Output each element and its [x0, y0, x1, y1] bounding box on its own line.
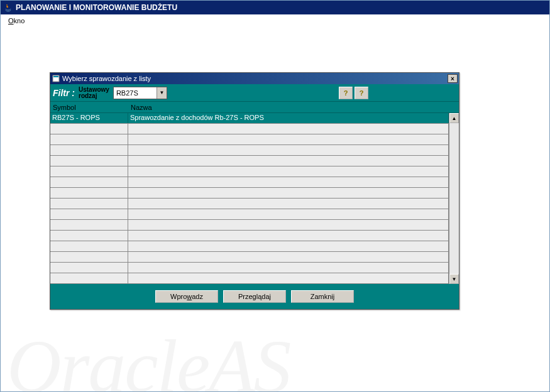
table-rows: RB27S - ROPSSprawozdanie z dochodów Rb-2… [50, 113, 449, 284]
cell-symbol [50, 145, 128, 155]
cell-symbol [50, 263, 128, 273]
chevron-down-icon: ▼ [452, 276, 457, 282]
cell-symbol [50, 124, 128, 134]
cell-nazwa [128, 134, 449, 144]
table-body: RB27S - ROPSSprawozdanie z dochodów Rb-2… [50, 113, 459, 284]
cell-symbol [50, 273, 128, 283]
menu-okno[interactable]: Okno [4, 16, 28, 26]
filter-field-label: Ustawowy rodzaj [79, 87, 109, 99]
cell-symbol [50, 177, 128, 187]
table-row[interactable] [50, 124, 449, 134]
scroll-down-button[interactable]: ▼ [449, 274, 459, 284]
table-row[interactable] [50, 220, 449, 231]
cell-nazwa [128, 188, 449, 198]
help-icon: ? [360, 89, 364, 97]
table-row[interactable] [50, 145, 449, 156]
table-row[interactable] [50, 199, 449, 209]
report-selection-dialog: Wybierz sprawozdanie z listy × Filtr : U… [50, 72, 459, 310]
cell-symbol [50, 156, 128, 166]
table-row[interactable] [50, 209, 449, 220]
cell-symbol [50, 134, 128, 144]
menu-bar: Okno [1, 14, 549, 27]
help-button-2[interactable]: ? [355, 87, 368, 99]
java-icon [3, 3, 13, 13]
chevron-down-icon: ▼ [157, 87, 167, 99]
cell-symbol [50, 241, 128, 251]
cell-nazwa [128, 166, 449, 177]
cell-nazwa: Sprawozdanie z dochodów Rb-27S - ROPS [128, 113, 449, 123]
table-row[interactable] [50, 273, 449, 284]
dialog-close-button[interactable]: × [448, 74, 458, 83]
table-row[interactable] [50, 156, 449, 166]
dialog-title-bar[interactable]: Wybierz sprawozdanie z listy × [50, 73, 459, 84]
cell-symbol [50, 220, 128, 230]
cell-symbol [50, 231, 128, 241]
main-window: PLANOWANIE I MONITOROWANIE BUDŻETU Okno … [0, 0, 550, 392]
cell-nazwa [128, 177, 449, 187]
close-icon: × [451, 75, 454, 82]
cell-nazwa [128, 252, 449, 262]
help-button-1[interactable]: ? [339, 87, 353, 99]
column-header-nazwa[interactable]: Nazwa [128, 104, 459, 111]
cell-nazwa [128, 231, 449, 241]
filter-bar: Filtr : Ustawowy rodzaj RB27S ▼ ? ? [50, 84, 459, 102]
menu-okno-rest: kno [14, 17, 25, 24]
vertical-scrollbar[interactable]: ▲ ▼ [449, 113, 459, 284]
wprowadz-button[interactable]: Wprowadz [155, 290, 218, 303]
table-row[interactable] [50, 177, 449, 188]
scroll-up-button[interactable]: ▲ [449, 113, 459, 123]
cell-nazwa [128, 241, 449, 251]
main-title-text: PLANOWANIE I MONITOROWANIE BUDŻETU [16, 3, 177, 12]
cell-nazwa [128, 199, 449, 209]
cell-nazwa [128, 209, 449, 219]
przegladaj-button[interactable]: Przeglądaj [223, 290, 286, 303]
watermark: OracleAS [7, 324, 290, 392]
cell-symbol [50, 199, 128, 209]
table-row[interactable] [50, 231, 449, 241]
dialog-icon [52, 74, 60, 83]
content-area: OracleAS Wybierz sprawozdanie z listy × … [1, 27, 549, 391]
cell-nazwa [128, 220, 449, 230]
cell-symbol [50, 252, 128, 262]
table-row[interactable] [50, 252, 449, 263]
help-icon: ? [344, 89, 348, 97]
button-bar: Wprowadz Przeglądaj Zamknij [50, 284, 459, 309]
filter-dropdown-value: RB27S [114, 89, 157, 97]
table-row[interactable] [50, 263, 449, 273]
scroll-track[interactable] [449, 123, 459, 274]
cell-symbol [50, 209, 128, 219]
cell-symbol [50, 188, 128, 198]
column-header-symbol[interactable]: Symbol [50, 104, 128, 111]
filter-dropdown[interactable]: RB27S ▼ [113, 87, 167, 99]
table-row[interactable] [50, 166, 449, 177]
chevron-up-icon: ▲ [452, 116, 457, 121]
cell-nazwa [128, 124, 449, 134]
filter-label: Filtr : [53, 88, 75, 98]
cell-nazwa [128, 156, 449, 166]
cell-symbol: RB27S - ROPS [50, 113, 128, 123]
svg-rect-1 [53, 76, 58, 77]
table-row[interactable] [50, 188, 449, 199]
zamknij-button[interactable]: Zamknij [291, 290, 354, 303]
table-header: Symbol Nazwa [50, 102, 459, 113]
cell-nazwa [128, 273, 449, 283]
table-row[interactable] [50, 241, 449, 252]
table-row[interactable]: RB27S - ROPSSprawozdanie z dochodów Rb-2… [50, 113, 449, 124]
cell-symbol [50, 166, 128, 177]
cell-nazwa [128, 263, 449, 273]
dialog-title-text: Wybierz sprawozdanie z listy [62, 75, 448, 82]
main-title-bar: PLANOWANIE I MONITOROWANIE BUDŻETU [1, 1, 549, 14]
cell-nazwa [128, 145, 449, 155]
table-row[interactable] [50, 134, 449, 145]
